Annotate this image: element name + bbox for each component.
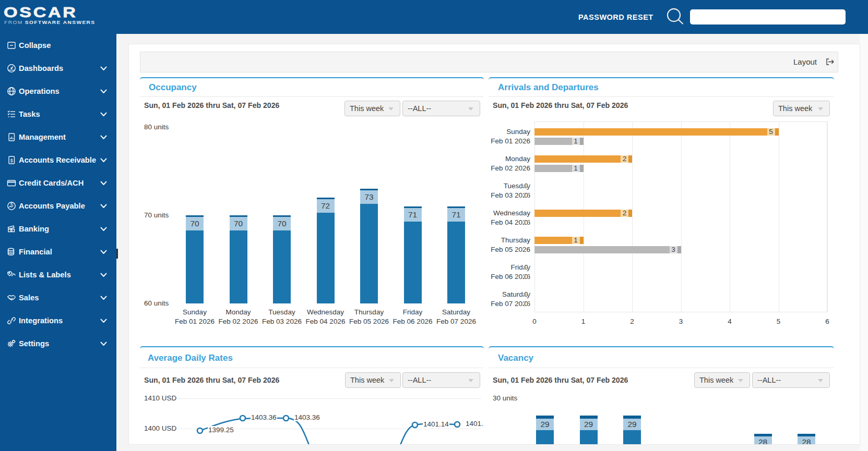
- svg-text:$: $: [10, 158, 13, 163]
